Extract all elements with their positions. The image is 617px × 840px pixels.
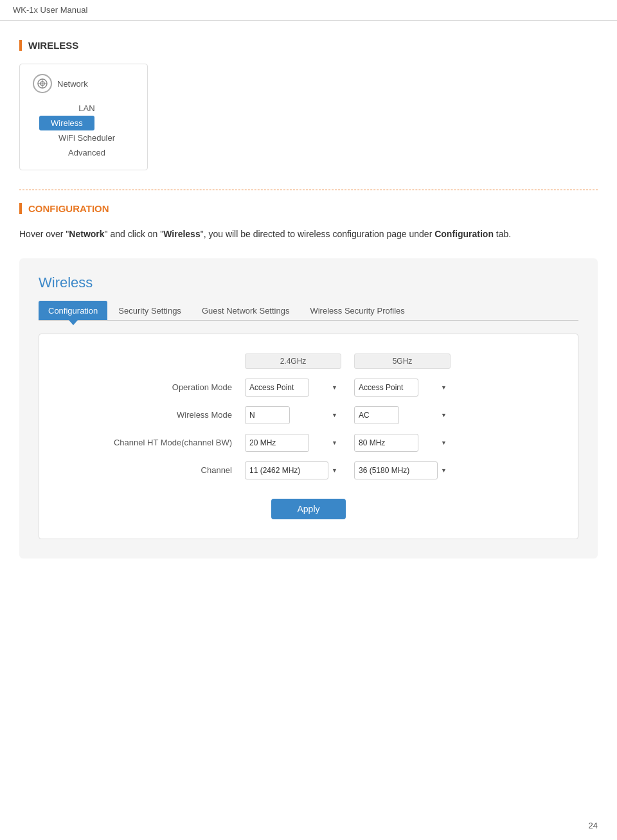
nav-item-advanced[interactable]: Advanced xyxy=(39,145,134,160)
wireless-section-title: WIRELESS xyxy=(19,40,598,51)
nav-items-list: LAN Wireless WiFi Scheduler Advanced xyxy=(33,101,134,160)
page-title: WK-1x User Manual xyxy=(13,5,87,15)
channel-2g-select[interactable]: 11 (2462 MHz) 6 (2437 MHz) 1 (2412 MHz) xyxy=(245,461,328,479)
freq-24ghz-label: 2.4GHz xyxy=(245,353,341,369)
nav-item-wireless[interactable]: Wireless xyxy=(39,116,94,130)
desc-bold-wireless: Wireless xyxy=(163,229,200,239)
channel-label: Channel xyxy=(65,465,245,475)
wireless-mode-5g-select[interactable]: AC A N xyxy=(354,406,399,424)
channel-2g-wrapper: 11 (2462 MHz) 6 (2437 MHz) 1 (2412 MHz) xyxy=(245,461,341,479)
operation-mode-label: Operation Mode xyxy=(65,382,245,392)
apply-button[interactable]: Apply xyxy=(271,499,345,519)
page-number: 24 xyxy=(589,821,598,830)
tab-security-settings[interactable]: Security Settings xyxy=(109,301,191,320)
operation-mode-5g-wrapper: Access Point Client Repeater xyxy=(354,379,451,397)
panel-title: Wireless xyxy=(39,274,578,291)
channel-5g-select[interactable]: 36 (5180 MHz) 40 (5200 MHz) 44 (5220 MHz… xyxy=(354,461,438,479)
wireless-panel: Wireless Configuration Security Settings… xyxy=(19,258,598,559)
nav-item-wifi-scheduler[interactable]: WiFi Scheduler xyxy=(39,130,134,145)
nav-image: Network LAN Wireless WiFi Scheduler Adva… xyxy=(19,64,148,170)
nav-item-lan[interactable]: LAN xyxy=(39,101,134,116)
channel-ht-5g-wrapper: 80 MHz 40 MHz 20 MHz xyxy=(354,434,451,452)
tab-configuration[interactable]: Configuration xyxy=(39,301,107,320)
operation-mode-2g-select[interactable]: Access Point Client Repeater xyxy=(245,379,309,397)
freq-5ghz-label: 5GHz xyxy=(354,353,451,369)
network-icon xyxy=(33,74,52,93)
tabs-bar: Configuration Security Settings Guest Ne… xyxy=(39,301,578,321)
config-section-title: CONFIGURATION xyxy=(19,203,598,214)
tab-guest-network[interactable]: Guest Network Settings xyxy=(192,301,300,320)
channel-ht-2g-wrapper: 20 MHz 40 MHz xyxy=(245,434,341,452)
wireless-mode-5g-wrapper: AC A N xyxy=(354,406,451,424)
channel-ht-5g-select[interactable]: 80 MHz 40 MHz 20 MHz xyxy=(354,434,418,452)
wireless-mode-label: Wireless Mode xyxy=(65,410,245,420)
channel-ht-mode-label: Channel HT Mode(channel BW) xyxy=(65,438,245,447)
nav-network-label: Network xyxy=(57,79,88,89)
desc-bold-config: Configuration xyxy=(434,229,494,239)
operation-mode-2g-wrapper: Access Point Client Repeater xyxy=(245,379,341,397)
config-description: Hover over "Network" and click on "Wirel… xyxy=(19,227,598,242)
tab-wireless-security-profiles[interactable]: Wireless Security Profiles xyxy=(300,301,414,320)
config-inner-box: 2.4GHz 5GHz Operation Mode Access Point … xyxy=(39,334,578,539)
operation-mode-5g-select[interactable]: Access Point Client Repeater xyxy=(354,379,418,397)
channel-ht-2g-select[interactable]: 20 MHz 40 MHz xyxy=(245,434,309,452)
apply-row: Apply xyxy=(65,499,552,519)
section-divider xyxy=(19,190,598,190)
wireless-mode-2g-wrapper: N B/G B/G/N xyxy=(245,406,341,424)
wireless-mode-2g-select[interactable]: N B/G B/G/N xyxy=(245,406,290,424)
channel-5g-wrapper: 36 (5180 MHz) 40 (5200 MHz) 44 (5220 MHz… xyxy=(354,461,451,479)
desc-bold-network: Network xyxy=(69,229,104,239)
page-header: WK-1x User Manual xyxy=(0,0,617,21)
